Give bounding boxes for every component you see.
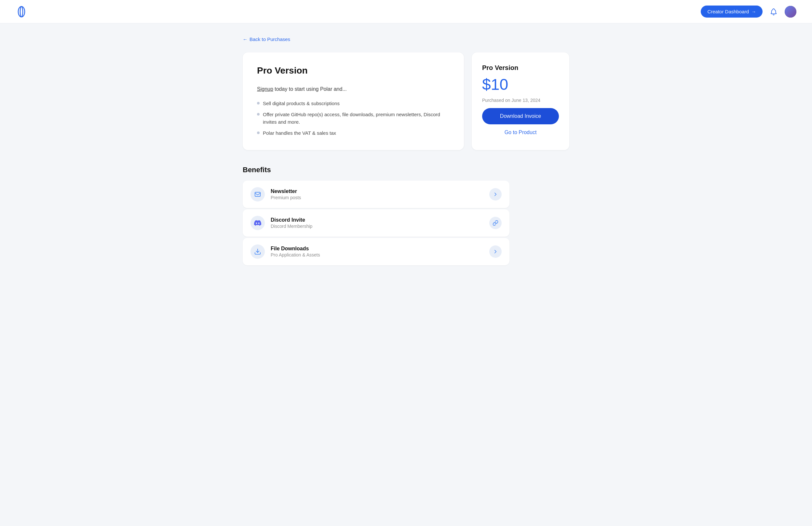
signup-link[interactable]: Signup — [257, 86, 273, 92]
bullet-dot-icon — [257, 113, 260, 116]
newsletter-benefit-text: Newsletter Premium posts — [271, 188, 483, 200]
arrow-right-icon — [493, 191, 498, 197]
file-downloads-benefit-text: File Downloads Pro Application & Assets — [271, 246, 483, 257]
bullet-item-1: Sell digital products & subscriptions — [257, 100, 450, 108]
creator-dashboard-button[interactable]: Creator Dashboard → — [701, 5, 763, 17]
bullet-dot-icon — [257, 102, 260, 104]
file-downloads-icon-wrap — [250, 244, 265, 259]
discord-benefit-text: Discord Invite Discord Membership — [271, 217, 483, 229]
bullet-item-3: Polar handles the VAT & sales tax — [257, 130, 450, 137]
header-right: Creator Dashboard → — [701, 5, 796, 17]
bell-icon — [770, 8, 777, 15]
newsletter-icon — [254, 191, 261, 198]
bullet-item-2: Offer private GitHub repo(s) access, fil… — [257, 111, 450, 126]
side-purchased-date: Purchased on June 13, 2024 — [482, 98, 559, 103]
benefits-title: Benefits — [243, 166, 569, 174]
bullet-dot-icon — [257, 131, 260, 134]
newsletter-icon-wrap — [250, 187, 265, 201]
side-product-title: Pro Version — [482, 64, 559, 72]
newsletter-benefit-sub: Premium posts — [271, 195, 483, 200]
go-to-product-link[interactable]: Go to Product — [482, 130, 559, 136]
main-content: ← Back to Purchases Pro Version Signup t… — [227, 24, 585, 278]
svg-point-0 — [18, 6, 25, 17]
benefit-discord: Discord Invite Discord Membership — [243, 209, 509, 237]
product-intro-text: today to start using Polar and... — [273, 86, 347, 92]
product-side-card: Pro Version $10 Purchased on June 13, 20… — [472, 53, 569, 150]
link-icon — [493, 220, 498, 226]
svg-point-1 — [20, 6, 23, 17]
file-downloads-action-button[interactable] — [489, 245, 502, 258]
benefits-list: Newsletter Premium posts Discord I — [243, 181, 569, 265]
svg-rect-2 — [255, 192, 261, 196]
avatar[interactable] — [785, 6, 796, 17]
notifications-button[interactable] — [768, 6, 780, 17]
file-downloads-benefit-name: File Downloads — [271, 246, 483, 252]
arrow-right-icon-2 — [493, 249, 498, 255]
product-layout: Pro Version Signup today to start using … — [243, 53, 569, 150]
benefits-section: Benefits Newsletter Premium posts — [243, 166, 569, 265]
bullet-list: Sell digital products & subscriptions Of… — [257, 100, 450, 137]
discord-benefit-sub: Discord Membership — [271, 224, 483, 229]
logo — [16, 6, 27, 17]
file-downloads-benefit-sub: Pro Application & Assets — [271, 252, 483, 257]
back-to-purchases-link[interactable]: ← Back to Purchases — [243, 37, 569, 42]
product-description: Signup today to start using Polar and... — [257, 85, 450, 94]
discord-action-button[interactable] — [489, 217, 502, 229]
product-title: Pro Version — [257, 66, 450, 76]
discord-icon — [254, 219, 261, 227]
download-icon — [254, 248, 261, 255]
bullet-text-3: Polar handles the VAT & sales tax — [263, 130, 336, 137]
product-main-card: Pro Version Signup today to start using … — [243, 53, 464, 150]
bullet-text-2: Offer private GitHub repo(s) access, fil… — [263, 111, 450, 126]
bullet-text-1: Sell digital products & subscriptions — [263, 100, 339, 108]
arrow-icon: → — [752, 9, 756, 14]
newsletter-action-button[interactable] — [489, 188, 502, 200]
creator-dashboard-label: Creator Dashboard — [707, 9, 749, 14]
newsletter-benefit-name: Newsletter — [271, 188, 483, 194]
download-invoice-button[interactable]: Download Invoice — [482, 108, 559, 124]
discord-icon-wrap — [250, 216, 265, 230]
benefit-newsletter: Newsletter Premium posts — [243, 181, 509, 208]
benefit-file-downloads: File Downloads Pro Application & Assets — [243, 238, 509, 265]
back-arrow-icon: ← — [243, 37, 248, 42]
discord-benefit-name: Discord Invite — [271, 217, 483, 223]
header: Creator Dashboard → — [0, 0, 812, 24]
back-to-purchases-label: Back to Purchases — [249, 37, 290, 42]
side-price: $10 — [482, 77, 559, 93]
